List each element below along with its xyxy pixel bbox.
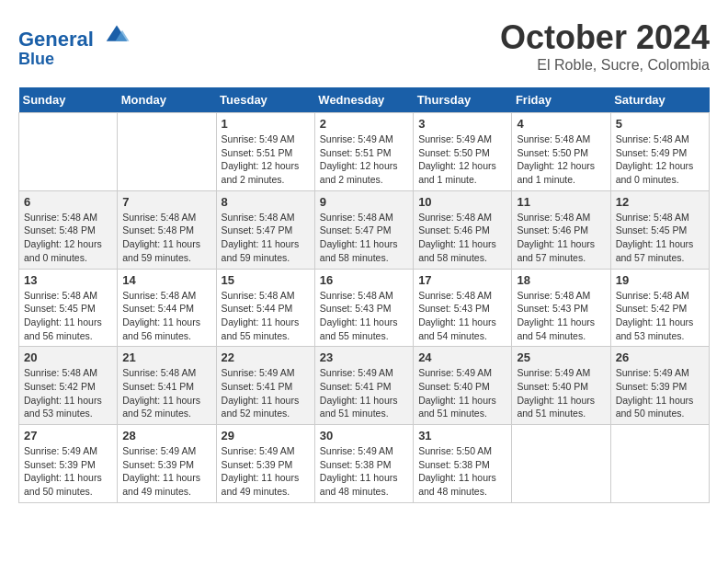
calendar-body: 1Sunrise: 5:49 AM Sunset: 5:51 PM Daylig… — [19, 113, 710, 503]
day-number: 7 — [122, 195, 210, 209]
day-info: Sunrise: 5:49 AM Sunset: 5:39 PM Dayligh… — [222, 444, 310, 499]
day-info: Sunrise: 5:49 AM Sunset: 5:41 PM Dayligh… — [320, 366, 408, 420]
calendar-cell: 10Sunrise: 5:48 AM Sunset: 5:46 PM Dayli… — [414, 190, 512, 269]
calendar-table: SundayMondayTuesdayWednesdayThursdayFrid… — [18, 87, 710, 503]
day-number: 2 — [320, 117, 408, 131]
day-number: 19 — [616, 273, 704, 287]
day-number: 5 — [616, 117, 704, 131]
day-info: Sunrise: 5:48 AM Sunset: 5:48 PM Dayligh… — [122, 211, 210, 265]
day-info: Sunrise: 5:48 AM Sunset: 5:46 PM Dayligh… — [517, 211, 605, 265]
calendar-cell: 20Sunrise: 5:48 AM Sunset: 5:42 PM Dayli… — [19, 347, 118, 425]
calendar-cell: 11Sunrise: 5:48 AM Sunset: 5:46 PM Dayli… — [512, 190, 610, 269]
day-info: Sunrise: 5:48 AM Sunset: 5:45 PM Dayligh… — [616, 211, 704, 265]
day-info: Sunrise: 5:49 AM Sunset: 5:40 PM Dayligh… — [418, 366, 506, 420]
calendar-cell: 15Sunrise: 5:48 AM Sunset: 5:44 PM Dayli… — [216, 269, 314, 347]
logo-general: General — [18, 28, 94, 51]
calendar-cell — [118, 113, 216, 191]
day-info: Sunrise: 5:48 AM Sunset: 5:44 PM Dayligh… — [122, 289, 210, 343]
calendar-cell — [19, 113, 118, 191]
day-number: 24 — [418, 350, 506, 364]
calendar-cell: 1Sunrise: 5:49 AM Sunset: 5:51 PM Daylig… — [216, 113, 314, 191]
day-number: 1 — [222, 117, 310, 131]
header-day-tuesday: Tuesday — [216, 87, 314, 113]
calendar-cell: 13Sunrise: 5:48 AM Sunset: 5:45 PM Dayli… — [19, 269, 118, 347]
day-info: Sunrise: 5:48 AM Sunset: 5:49 PM Dayligh… — [616, 132, 704, 187]
calendar-cell: 12Sunrise: 5:48 AM Sunset: 5:45 PM Dayli… — [610, 190, 709, 269]
day-info: Sunrise: 5:49 AM Sunset: 5:51 PM Dayligh… — [320, 132, 408, 187]
day-number: 17 — [418, 273, 506, 287]
day-info: Sunrise: 5:48 AM Sunset: 5:47 PM Dayligh… — [222, 211, 310, 265]
calendar-cell: 30Sunrise: 5:49 AM Sunset: 5:38 PM Dayli… — [314, 425, 413, 503]
header-day-saturday: Saturday — [610, 87, 709, 113]
day-info: Sunrise: 5:50 AM Sunset: 5:38 PM Dayligh… — [418, 444, 506, 499]
day-number: 26 — [616, 350, 704, 364]
header-row: SundayMondayTuesdayWednesdayThursdayFrid… — [19, 87, 710, 113]
calendar-cell: 31Sunrise: 5:50 AM Sunset: 5:38 PM Dayli… — [414, 425, 512, 503]
day-number: 30 — [320, 429, 408, 442]
calendar-cell: 27Sunrise: 5:49 AM Sunset: 5:39 PM Dayli… — [19, 425, 118, 503]
day-number: 16 — [320, 273, 408, 287]
calendar-cell: 26Sunrise: 5:49 AM Sunset: 5:39 PM Dayli… — [610, 347, 709, 425]
calendar-cell: 24Sunrise: 5:49 AM Sunset: 5:40 PM Dayli… — [414, 347, 512, 425]
page-header: General Blue October 2024 El Roble, Sucr… — [18, 18, 710, 74]
week-row-1: 1Sunrise: 5:49 AM Sunset: 5:51 PM Daylig… — [19, 113, 710, 191]
day-number: 14 — [122, 273, 210, 287]
calendar-cell: 23Sunrise: 5:49 AM Sunset: 5:41 PM Dayli… — [314, 347, 413, 425]
day-info: Sunrise: 5:49 AM Sunset: 5:41 PM Dayligh… — [222, 366, 310, 420]
calendar-header: SundayMondayTuesdayWednesdayThursdayFrid… — [19, 87, 710, 113]
calendar-cell: 18Sunrise: 5:48 AM Sunset: 5:43 PM Dayli… — [512, 269, 610, 347]
week-row-4: 20Sunrise: 5:48 AM Sunset: 5:42 PM Dayli… — [19, 347, 710, 425]
day-info: Sunrise: 5:48 AM Sunset: 5:43 PM Dayligh… — [418, 289, 506, 343]
month-title: October 2024 — [500, 18, 710, 57]
calendar-cell: 29Sunrise: 5:49 AM Sunset: 5:39 PM Dayli… — [216, 425, 314, 503]
header-day-wednesday: Wednesday — [314, 87, 413, 113]
header-day-thursday: Thursday — [414, 87, 512, 113]
day-info: Sunrise: 5:48 AM Sunset: 5:44 PM Dayligh… — [222, 289, 310, 343]
calendar-cell — [610, 425, 709, 503]
location: El Roble, Sucre, Colombia — [500, 57, 710, 74]
logo: General Blue — [18, 18, 131, 69]
day-number: 6 — [24, 195, 112, 209]
day-info: Sunrise: 5:48 AM Sunset: 5:46 PM Dayligh… — [418, 211, 506, 265]
calendar-cell: 4Sunrise: 5:48 AM Sunset: 5:50 PM Daylig… — [512, 113, 610, 191]
day-info: Sunrise: 5:49 AM Sunset: 5:39 PM Dayligh… — [616, 366, 704, 420]
calendar-cell: 3Sunrise: 5:49 AM Sunset: 5:50 PM Daylig… — [414, 113, 512, 191]
calendar-cell — [512, 425, 610, 503]
day-info: Sunrise: 5:49 AM Sunset: 5:39 PM Dayligh… — [122, 444, 210, 499]
calendar-cell: 28Sunrise: 5:49 AM Sunset: 5:39 PM Dayli… — [118, 425, 216, 503]
day-number: 29 — [222, 429, 310, 442]
day-number: 21 — [122, 350, 210, 364]
day-info: Sunrise: 5:49 AM Sunset: 5:51 PM Dayligh… — [222, 132, 310, 187]
week-row-5: 27Sunrise: 5:49 AM Sunset: 5:39 PM Dayli… — [19, 425, 710, 503]
day-number: 9 — [320, 195, 408, 209]
day-number: 18 — [517, 273, 605, 287]
calendar-cell: 8Sunrise: 5:48 AM Sunset: 5:47 PM Daylig… — [216, 190, 314, 269]
calendar-cell: 17Sunrise: 5:48 AM Sunset: 5:43 PM Dayli… — [414, 269, 512, 347]
calendar-cell: 5Sunrise: 5:48 AM Sunset: 5:49 PM Daylig… — [610, 113, 709, 191]
day-info: Sunrise: 5:48 AM Sunset: 5:48 PM Dayligh… — [24, 211, 112, 265]
calendar-cell: 7Sunrise: 5:48 AM Sunset: 5:48 PM Daylig… — [118, 190, 216, 269]
day-number: 23 — [320, 350, 408, 364]
logo-text: General — [18, 18, 131, 51]
header-day-sunday: Sunday — [19, 87, 118, 113]
logo-blue: Blue — [18, 51, 131, 69]
day-info: Sunrise: 5:48 AM Sunset: 5:43 PM Dayligh… — [517, 289, 605, 343]
day-info: Sunrise: 5:49 AM Sunset: 5:38 PM Dayligh… — [320, 444, 408, 499]
day-number: 27 — [24, 429, 112, 442]
day-info: Sunrise: 5:48 AM Sunset: 5:47 PM Dayligh… — [320, 211, 408, 265]
title-block: October 2024 El Roble, Sucre, Colombia — [500, 18, 710, 74]
day-number: 4 — [517, 117, 605, 131]
header-day-friday: Friday — [512, 87, 610, 113]
day-number: 20 — [24, 350, 112, 364]
day-number: 3 — [418, 117, 506, 131]
day-info: Sunrise: 5:48 AM Sunset: 5:41 PM Dayligh… — [122, 366, 210, 420]
day-number: 10 — [418, 195, 506, 209]
day-info: Sunrise: 5:48 AM Sunset: 5:43 PM Dayligh… — [320, 289, 408, 343]
day-number: 12 — [616, 195, 704, 209]
day-info: Sunrise: 5:48 AM Sunset: 5:42 PM Dayligh… — [24, 366, 112, 420]
day-number: 15 — [222, 273, 310, 287]
week-row-2: 6Sunrise: 5:48 AM Sunset: 5:48 PM Daylig… — [19, 190, 710, 269]
calendar-cell: 2Sunrise: 5:49 AM Sunset: 5:51 PM Daylig… — [314, 113, 413, 191]
logo-icon — [103, 18, 131, 46]
calendar-cell: 6Sunrise: 5:48 AM Sunset: 5:48 PM Daylig… — [19, 190, 118, 269]
